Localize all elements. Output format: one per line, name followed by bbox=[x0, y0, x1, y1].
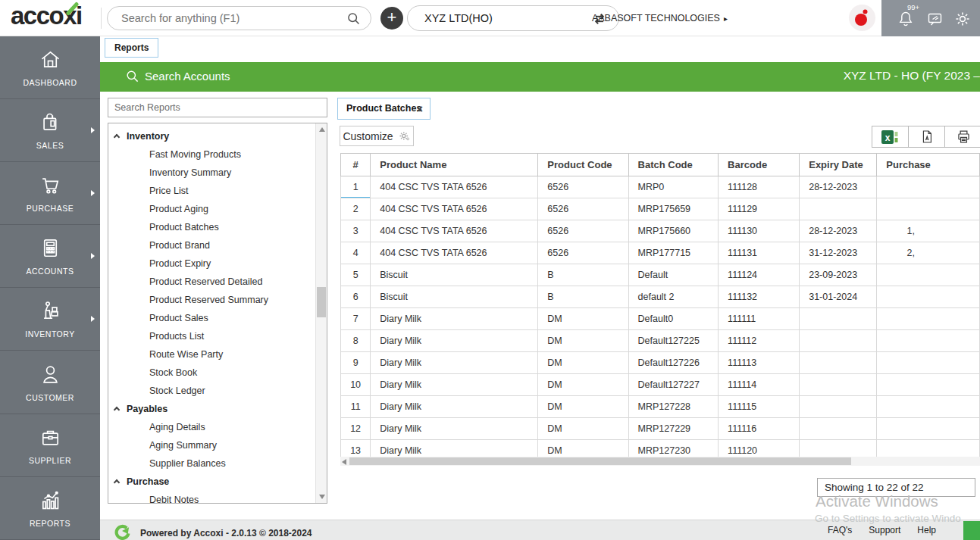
tree-item-products-list[interactable]: Products List bbox=[108, 327, 315, 345]
table-row[interactable]: 3404 CSC TVS TATA 65266526MRP17566011113… bbox=[341, 220, 980, 242]
search-accounts-button[interactable]: Search Accounts bbox=[125, 69, 230, 83]
reports-tree-panel: InventoryFast Moving ProductsInventory S… bbox=[108, 123, 327, 504]
sidebar-item-label: REPORTS bbox=[30, 519, 70, 528]
collapse-chevron-icon bbox=[114, 134, 120, 140]
tab-reports[interactable]: Reports bbox=[105, 38, 158, 58]
table-cell: 2, bbox=[877, 242, 980, 264]
tree-item-inventory-summary[interactable]: Inventory Summary bbox=[108, 164, 315, 182]
table-row[interactable]: 4404 CSC TVS TATA 65266526MRP17771511113… bbox=[341, 242, 980, 264]
messages-icon[interactable] bbox=[925, 10, 944, 31]
activate-windows-subtext: Go to Settings to activate Windo bbox=[815, 513, 961, 524]
tree-item-price-list[interactable]: Price List bbox=[108, 182, 315, 200]
table-row[interactable]: 12Diary MilkDMMRP127229111116 bbox=[341, 418, 980, 440]
table-cell: MRP127229 bbox=[628, 418, 719, 440]
table-row[interactable]: 9Diary MilkDMDefault127226111113 bbox=[341, 352, 980, 374]
table-row[interactable]: 2404 CSC TVS TATA 65266526MRP17565911112… bbox=[341, 198, 980, 220]
organization-menu[interactable]: AABASOFT TECHNOLOGIES▸ bbox=[592, 13, 728, 23]
accounts-search-bar: Search Accounts XYZ LTD - HO (FY 2023 – bbox=[100, 62, 980, 92]
chevron-right-icon bbox=[91, 253, 95, 259]
scroll-down-arrow-icon[interactable] bbox=[319, 495, 325, 499]
tree-item-product-reserved-detailed[interactable]: Product Reserved Detailed bbox=[108, 273, 315, 291]
chat-widget-button[interactable] bbox=[963, 521, 980, 540]
export-excel-button[interactable]: x bbox=[872, 126, 909, 147]
table-cell: 31-12-2023 bbox=[800, 242, 877, 264]
tree-item-product-reserved-summary[interactable]: Product Reserved Summary bbox=[108, 291, 315, 309]
tree-item-aging-details[interactable]: Aging Details bbox=[108, 418, 315, 436]
sidebar-item-supplier[interactable]: SUPPLIER bbox=[0, 414, 100, 477]
table-row[interactable]: 8Diary MilkDMDefault127225111112 bbox=[341, 330, 980, 352]
column-header--[interactable]: # bbox=[341, 154, 371, 176]
column-header-expiry-date[interactable]: Expiry Date bbox=[800, 154, 877, 176]
export-button-group: x bbox=[872, 126, 980, 148]
sidebar-item-sales[interactable]: SALES bbox=[0, 99, 100, 162]
tree-item-supplier-balances[interactable]: Supplier Balances bbox=[108, 454, 315, 473]
sidebar-item-reports[interactable]: REPORTS bbox=[0, 477, 100, 540]
user-avatar[interactable] bbox=[849, 5, 875, 31]
footer-link-faq-s[interactable]: FAQ's bbox=[828, 525, 852, 535]
column-header-product-code[interactable]: Product Code bbox=[538, 154, 628, 176]
table-row[interactable]: 11Diary MilkDMMRP127228111115 bbox=[341, 396, 980, 418]
search-reports-input[interactable] bbox=[108, 98, 327, 117]
table-row[interactable]: 1404 CSC TVS TATA 65266526MRP011112828-1… bbox=[341, 176, 980, 198]
scroll-left-arrow-icon[interactable] bbox=[342, 459, 346, 465]
quick-add-button[interactable]: + bbox=[380, 7, 403, 30]
tree-item-debit-notes[interactable]: Debit Notes bbox=[108, 491, 315, 504]
table-cell: DM bbox=[538, 330, 628, 352]
tree-item-product-batches[interactable]: Product Batches bbox=[108, 218, 315, 236]
sidebar-item-customer[interactable]: CUSTOMER bbox=[0, 351, 100, 414]
table-row[interactable]: 7Diary MilkDMDefault0111111 bbox=[341, 308, 980, 330]
footer-link-support[interactable]: Support bbox=[869, 525, 900, 535]
tree-item-route-wise-party[interactable]: Route Wise Party bbox=[108, 345, 315, 364]
search-icon[interactable] bbox=[346, 11, 362, 30]
notifications-bell-icon[interactable] bbox=[897, 10, 915, 31]
table-cell: 404 CSC TVS TATA 6526 bbox=[371, 242, 538, 264]
close-icon[interactable]: × bbox=[416, 98, 423, 119]
column-header-batch-code[interactable]: Batch Code bbox=[628, 154, 719, 176]
horizontal-scrollbar[interactable] bbox=[340, 457, 980, 466]
export-pdf-button[interactable] bbox=[909, 126, 945, 147]
table-cell: 31-01-2024 bbox=[800, 286, 877, 308]
column-header-barcode[interactable]: Barcode bbox=[719, 154, 800, 176]
vertical-scrollbar[interactable] bbox=[315, 123, 327, 503]
tree-item-stock-ledger[interactable]: Stock Ledger bbox=[108, 382, 315, 400]
scrollbar-thumb[interactable] bbox=[317, 287, 326, 317]
table-row[interactable]: 10Diary MilkDMDefault127227111114 bbox=[341, 374, 980, 396]
table-cell: 12 bbox=[341, 418, 371, 440]
print-button[interactable] bbox=[945, 126, 980, 147]
table-cell: 23-09-2023 bbox=[800, 264, 877, 286]
module-tab-strip: Reports bbox=[100, 36, 980, 58]
footer-links: FAQ'sSupportHelp bbox=[828, 525, 936, 535]
sidebar-item-dashboard[interactable]: DASHBOARD bbox=[0, 36, 100, 99]
tree-item-product-expiry[interactable]: Product Expiry bbox=[108, 254, 315, 273]
table-cell: Diary Milk bbox=[371, 418, 538, 440]
sidebar-item-accounts[interactable]: ACCOUNTS bbox=[0, 225, 100, 288]
scroll-up-arrow-icon[interactable] bbox=[319, 127, 325, 132]
tree-item-product-aging[interactable]: Product Aging bbox=[108, 200, 315, 218]
scrollbar-thumb[interactable] bbox=[349, 457, 851, 465]
tree-item-stock-book[interactable]: Stock Book bbox=[108, 364, 315, 382]
table-row[interactable]: 5BiscuitBDefault11112423-09-2023 bbox=[341, 264, 980, 286]
customize-button[interactable]: Customize bbox=[340, 126, 414, 146]
tree-group-purchase[interactable]: Purchase bbox=[108, 473, 315, 491]
table-cell: MRP175660 bbox=[628, 220, 719, 242]
settings-gear-icon[interactable] bbox=[953, 10, 972, 31]
footer-link-help[interactable]: Help bbox=[917, 525, 936, 535]
sidebar-item-inventory[interactable]: INVENTORY bbox=[0, 288, 100, 351]
table-cell: Biscuit bbox=[371, 264, 538, 286]
global-search-input[interactable] bbox=[121, 8, 341, 29]
cart-icon bbox=[39, 173, 62, 200]
tree-item-fast-moving-products[interactable]: Fast Moving Products bbox=[108, 145, 315, 164]
tree-item-product-brand[interactable]: Product Brand bbox=[108, 236, 315, 254]
company-selector[interactable]: XYZ LTD(HO) bbox=[407, 5, 619, 31]
table-cell: 11 bbox=[341, 396, 371, 418]
sidebar-item-purchase[interactable]: PURCHASE bbox=[0, 162, 100, 225]
tab-product-batches[interactable]: Product Batches × bbox=[337, 98, 431, 120]
tree-group-inventory[interactable]: Inventory bbox=[108, 127, 315, 145]
sidebar-item-label: DASHBOARD bbox=[23, 78, 77, 87]
column-header-purchase[interactable]: Purchase bbox=[877, 154, 980, 176]
column-header-product-name[interactable]: Product Name bbox=[371, 154, 538, 176]
tree-item-aging-summary[interactable]: Aging Summary bbox=[108, 436, 315, 454]
table-row[interactable]: 6BiscuitBdefault 211113231-01-2024 bbox=[341, 286, 980, 308]
tree-group-payables[interactable]: Payables bbox=[108, 400, 315, 418]
tree-item-product-sales[interactable]: Product Sales bbox=[108, 309, 315, 327]
